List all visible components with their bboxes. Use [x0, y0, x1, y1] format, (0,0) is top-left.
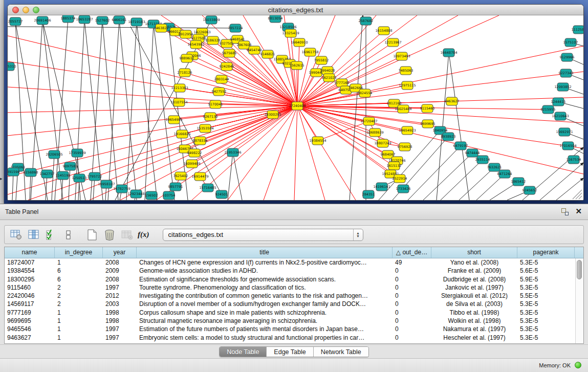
table-row[interactable]: 1938455462009Genome-wide association stu… — [5, 267, 583, 275]
graph-node[interactable]: 5675685 — [222, 49, 237, 57]
graph-node[interactable]: 1615132 — [387, 162, 402, 170]
table-row[interactable]: 1830029562008Estimation of significance … — [5, 275, 583, 283]
graph-node[interactable]: 9699695 — [421, 120, 435, 128]
graph-node[interactable]: 103754 — [163, 191, 176, 200]
network-window-titlebar[interactable]: citations_edges.txt — [8, 5, 583, 15]
graph-node[interactable]: 8454749 — [247, 46, 262, 54]
graph-node[interactable]: 9115460 — [420, 104, 435, 113]
graph-node[interactable]: 1250513 — [72, 174, 87, 182]
graph-node[interactable]: 12213967 — [384, 38, 401, 47]
graph-node[interactable]: 8813054 — [268, 15, 283, 23]
graph-node[interactable]: 9146821 — [260, 50, 275, 58]
function-builder-icon[interactable]: f(x) — [138, 230, 149, 239]
graph-node[interactable]: 1527602 — [95, 16, 110, 25]
graph-node[interactable]: 2587682 — [359, 17, 374, 25]
table-row[interactable]: 911546021997Tourette syndrome. Phenomeno… — [5, 283, 583, 292]
graph-node[interactable]: 5170041 — [208, 100, 223, 108]
table-row[interactable]: 2242004622012Investigating the contribut… — [5, 292, 583, 300]
graph-node[interactable]: 1575107 — [563, 38, 578, 47]
table-row[interactable]: 977716911998Corpus callosum shape and si… — [5, 309, 583, 317]
resize-grip-icon[interactable] — [573, 190, 582, 199]
graph-node[interactable]: 16099489 — [183, 160, 200, 168]
graph-node[interactable]: 9227343 — [559, 69, 574, 77]
column-header-indegree[interactable]: in_degree — [55, 247, 103, 258]
scrollbar-thumb[interactable] — [577, 260, 582, 279]
graph-node[interactable]: 1885374 — [61, 15, 76, 23]
graph-node[interactable]: 924501 — [215, 190, 228, 199]
network-canvas[interactable]: 2055727206914061885374106532871527602646… — [8, 15, 583, 200]
graph-node[interactable]: 16640910 — [291, 38, 308, 47]
column-header-year[interactable]: year — [103, 247, 137, 258]
table-row[interactable]: 946554611997Estimation of the future num… — [5, 325, 583, 333]
table-select-dropdown[interactable]: citations_edges.txt ▲▼ — [163, 229, 363, 241]
graph-node[interactable]: 3824554 — [358, 89, 373, 97]
graph-node[interactable]: 19384554 — [309, 137, 326, 145]
graph-node[interactable]: 8215955 — [541, 105, 556, 114]
close-panel-icon[interactable]: ✕ — [575, 207, 582, 216]
graph-node[interactable]: 9857791 — [168, 183, 183, 191]
column-header-pagerank[interactable]: pagerank — [517, 247, 575, 258]
graph-node[interactable]: 1795722 — [88, 172, 102, 181]
panel-collapse-arrow[interactable]: ▸ — [0, 176, 3, 181]
graph-node[interactable]: 8471264 — [497, 170, 512, 178]
graph-node[interactable]: 21953346 — [224, 148, 241, 157]
tab-network-table[interactable]: Network Table — [314, 347, 368, 357]
table-row[interactable]: 1456911722003Disruption of a novel membe… — [5, 300, 583, 308]
tab-node-table[interactable]: Node Table — [220, 347, 267, 357]
graph-node[interactable]: 9245652 — [522, 186, 537, 194]
graph-node[interactable]: 2055727 — [8, 17, 23, 26]
table-row[interactable]: 969969511998Structural magnetic resonanc… — [5, 317, 583, 325]
column-header-title[interactable]: title — [137, 247, 393, 258]
graph-node[interactable]: 12093852 — [554, 83, 571, 91]
graph-node[interactable]: 17359939 — [69, 149, 85, 157]
graph-node[interactable]: 8878334 — [193, 137, 208, 145]
graph-node[interactable]: 2718126 — [178, 69, 192, 77]
graph-node[interactable]: 12975115 — [399, 81, 416, 90]
column-header-short[interactable]: short — [431, 247, 517, 258]
graph-node[interactable]: 12923448 — [127, 190, 144, 198]
graph-node[interactable]: 2935114 — [475, 156, 490, 164]
vertical-scrollbar[interactable] — [575, 258, 583, 343]
graph-node[interactable]: 15716485 — [199, 184, 216, 192]
graph-node[interactable]: 1342757 — [40, 170, 55, 178]
graph-node[interactable]: 5498222 — [187, 149, 202, 157]
graph-node[interactable]: 8186328 — [206, 36, 221, 45]
table-row[interactable]: 1872400712008Changes of HCN gene express… — [5, 258, 583, 267]
graph-node[interactable]: 7485063 — [399, 67, 413, 75]
citation-network-graph[interactable]: 2055727206914061885374106532871527602646… — [8, 15, 583, 200]
graph-node[interactable]: 8267130 — [203, 113, 218, 121]
graph-node[interactable]: 2522914 — [393, 174, 407, 183]
graph-node[interactable]: 156502 — [145, 191, 158, 200]
graph-node[interactable]: 15353594 — [197, 124, 213, 133]
new-table-icon[interactable] — [85, 229, 99, 241]
table-row[interactable]: 946362711997Embryonic stem cells: a mode… — [5, 334, 583, 342]
graph-node[interactable]: 10653287 — [76, 15, 93, 24]
graph-node[interactable]: 7625402 — [173, 172, 188, 180]
graph-node[interactable]: 1562615 — [290, 61, 304, 70]
row-height-icon[interactable] — [62, 229, 75, 241]
graph-node[interactable]: 6466161 — [112, 16, 127, 24]
graph-node[interactable]: 2803144 — [214, 75, 229, 83]
graph-node[interactable]: 15692971 — [556, 128, 573, 136]
delete-table-icon[interactable] — [103, 229, 116, 241]
graph-node[interactable]: 2065310 — [8, 62, 16, 71]
graph-node[interactable]: 9756928 — [398, 143, 412, 151]
column-header-outde[interactable]: △ out_de… — [393, 247, 431, 258]
graph-node[interactable]: 9097583 — [63, 162, 78, 170]
graph-node[interactable]: 1167534 — [567, 156, 581, 164]
graph-node[interactable]: 1244415 — [551, 98, 566, 106]
graph-node[interactable]: 16210643 — [552, 112, 569, 120]
graph-node[interactable]: 1112584 — [572, 26, 583, 34]
graph-node[interactable]: 1145191 — [56, 171, 71, 180]
graph-node[interactable]: 1865412 — [511, 178, 526, 186]
graph-node[interactable]: 7857224 — [228, 24, 243, 32]
graph-node[interactable]: 9889612 — [180, 54, 194, 62]
graph-node[interactable]: 10958107 — [98, 180, 115, 188]
graph-node[interactable]: 7463822 — [154, 24, 169, 32]
graph-node[interactable]: 284351 — [362, 190, 375, 199]
graph-node[interactable]: 9129966 — [560, 53, 575, 61]
graph-node[interactable]: 19166825 — [173, 130, 190, 138]
float-panel-icon[interactable] — [561, 208, 569, 215]
graph-node[interactable]: 9242845 — [220, 62, 234, 71]
graph-node[interactable]: 19654985 — [165, 116, 182, 124]
